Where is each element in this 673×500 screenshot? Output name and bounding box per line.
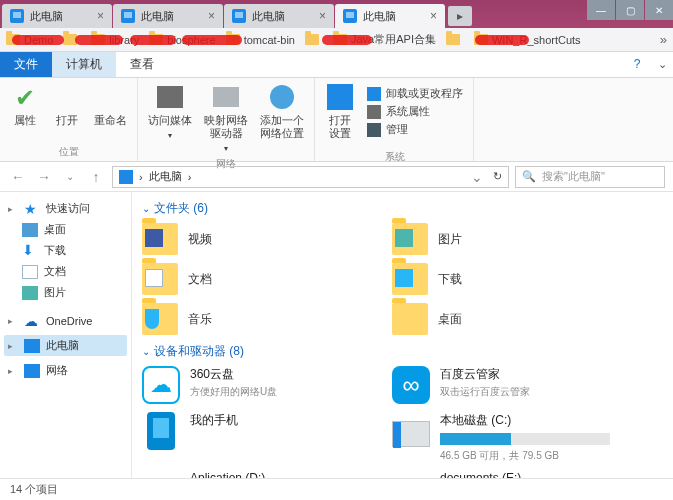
close-window-button[interactable]: ✕: [645, 0, 673, 20]
new-tab-button[interactable]: ▸: [448, 6, 472, 26]
add-network-location-button[interactable]: 添加一个 网络位置: [260, 82, 304, 140]
sidebar-documents[interactable]: 文档: [4, 261, 127, 282]
drive-baidu[interactable]: ∞百度云管家双击运行百度云管家: [392, 366, 622, 404]
phone-icon: [142, 412, 180, 450]
pc-icon: [24, 339, 40, 353]
folder-icon: [446, 34, 460, 45]
drive-e[interactable]: documents (E:): [392, 471, 622, 478]
sidebar-onedrive[interactable]: ▸☁OneDrive: [4, 311, 127, 331]
open-button[interactable]: 打开: [52, 82, 82, 127]
folder-icon: [392, 223, 428, 255]
close-icon[interactable]: ×: [319, 9, 326, 23]
sidebar-network[interactable]: ▸网络: [4, 360, 127, 381]
folder-pictures[interactable]: 图片: [392, 223, 622, 255]
tab-label: 此电脑: [141, 9, 174, 24]
tab-1[interactable]: 此电脑×: [2, 4, 112, 28]
tab-2[interactable]: 此电脑×: [113, 4, 223, 28]
search-placeholder: 搜索"此电脑": [542, 169, 605, 184]
breadcrumb-sep: ›: [188, 171, 192, 183]
close-icon[interactable]: ×: [97, 9, 104, 23]
desktop-icon: [22, 223, 38, 237]
tab-label: 此电脑: [363, 9, 396, 24]
folder-downloads[interactable]: 下载: [392, 263, 622, 295]
search-icon: 🔍: [522, 170, 536, 183]
chevron-down-icon: ⌄: [142, 203, 150, 214]
group-label: 系统: [385, 148, 405, 164]
sidebar-desktop[interactable]: 桌面: [4, 219, 127, 240]
drives-section: ⌄设备和驱动器 (8) ☁360云盘方便好用的网络U盘 ∞百度云管家双击运行百度…: [142, 343, 663, 478]
pc-icon: [232, 9, 246, 23]
drive-360[interactable]: ☁360云盘方便好用的网络U盘: [142, 366, 372, 404]
rename-icon: [96, 82, 126, 112]
map-drive-button[interactable]: 映射网络 驱动器▾: [204, 82, 248, 155]
pc-icon: [343, 9, 357, 23]
redaction: [475, 35, 529, 45]
picture-icon: [22, 286, 38, 300]
drive-icon: [392, 471, 430, 478]
forward-button[interactable]: →: [34, 167, 54, 187]
more-bookmarks-button[interactable]: »: [660, 32, 667, 47]
ribbon-tab-file[interactable]: 文件: [0, 51, 52, 77]
ribbon-tab-row: 文件 计算机 查看 ? ⌄: [0, 52, 673, 78]
bookmark-item[interactable]: [446, 34, 464, 45]
redaction: [182, 35, 242, 45]
folders-header[interactable]: ⌄文件夹 (6): [142, 200, 663, 217]
pc-icon: [121, 9, 135, 23]
address-dropdown-button[interactable]: ⌄: [467, 167, 487, 187]
help-button[interactable]: ?: [623, 51, 651, 77]
uninstall-button[interactable]: 卸载或更改程序: [367, 86, 463, 101]
title-bar: 此电脑× 此电脑× 此电脑× 此电脑× ▸ — ▢ ✕: [0, 0, 673, 28]
open-icon: [52, 82, 82, 112]
folder-desktop[interactable]: 桌面: [392, 303, 622, 335]
nav-tree: ▸★快速访问 桌面 ⬇下载 文档 图片 ▸☁OneDrive ▸此电脑 ▸网络: [0, 192, 132, 478]
collapse-ribbon-button[interactable]: ⌄: [651, 51, 673, 77]
manage-button[interactable]: 管理: [367, 122, 463, 137]
folder-icon: [305, 34, 319, 45]
folder-videos[interactable]: 视频: [142, 223, 372, 255]
sidebar-downloads[interactable]: ⬇下载: [4, 240, 127, 261]
drives-header[interactable]: ⌄设备和驱动器 (8): [142, 343, 663, 360]
back-button[interactable]: ←: [8, 167, 28, 187]
close-icon[interactable]: ×: [430, 9, 437, 23]
bookmark-item[interactable]: [305, 34, 323, 45]
properties-button[interactable]: ✔属性: [10, 82, 40, 127]
ribbon-tab-view[interactable]: 查看: [116, 51, 168, 77]
breadcrumb-location[interactable]: 此电脑: [149, 169, 182, 184]
access-media-button[interactable]: 访问媒体▾: [148, 82, 192, 142]
tab-3[interactable]: 此电脑×: [224, 4, 334, 28]
folder-music[interactable]: 音乐: [142, 303, 372, 335]
refresh-button[interactable]: ↻: [493, 170, 502, 183]
folder-icon: [142, 303, 178, 335]
document-icon: [22, 265, 38, 279]
drive-c[interactable]: 本地磁盘 (C:)46.5 GB 可用，共 79.5 GB: [392, 412, 622, 463]
ribbon-tab-computer[interactable]: 计算机: [52, 51, 116, 77]
network-icon: [24, 364, 40, 378]
up-button[interactable]: ↑: [86, 167, 106, 187]
status-bar: 14 个项目: [0, 478, 673, 500]
download-icon: [395, 269, 413, 287]
tab-4-active[interactable]: 此电脑×: [335, 4, 445, 28]
folder-documents[interactable]: 文档: [142, 263, 372, 295]
ribbon-group-location: ✔属性 打开 重命名 位置: [0, 78, 138, 161]
sidebar-quick-access[interactable]: ▸★快速访问: [4, 198, 127, 219]
minimize-button[interactable]: —: [587, 0, 615, 20]
document-icon: [145, 269, 163, 287]
ribbon-group-system: 打开 设置 卸载或更改程序 系统属性 管理 系统: [315, 78, 474, 161]
search-input[interactable]: 🔍 搜索"此电脑": [515, 166, 665, 188]
open-settings-button[interactable]: 打开 设置: [325, 82, 355, 140]
drive-icon: [211, 82, 241, 112]
address-bar[interactable]: › 此电脑 › ⌄ ↻: [112, 166, 509, 188]
drive-phone[interactable]: 我的手机: [142, 412, 372, 463]
sidebar-pictures[interactable]: 图片: [4, 282, 127, 303]
video-icon: [145, 229, 163, 247]
maximize-button[interactable]: ▢: [616, 0, 644, 20]
recent-dropdown-button[interactable]: ⌄: [60, 167, 80, 187]
rename-button[interactable]: 重命名: [94, 82, 127, 127]
item-count: 14 个项目: [10, 482, 58, 497]
drive-d[interactable]: Aplication (D:): [142, 471, 372, 478]
system-properties-button[interactable]: 系统属性: [367, 104, 463, 119]
redaction: [12, 35, 64, 45]
sidebar-thispc[interactable]: ▸此电脑: [4, 335, 127, 356]
close-icon[interactable]: ×: [208, 9, 215, 23]
cloud-icon: ∞: [392, 366, 430, 404]
